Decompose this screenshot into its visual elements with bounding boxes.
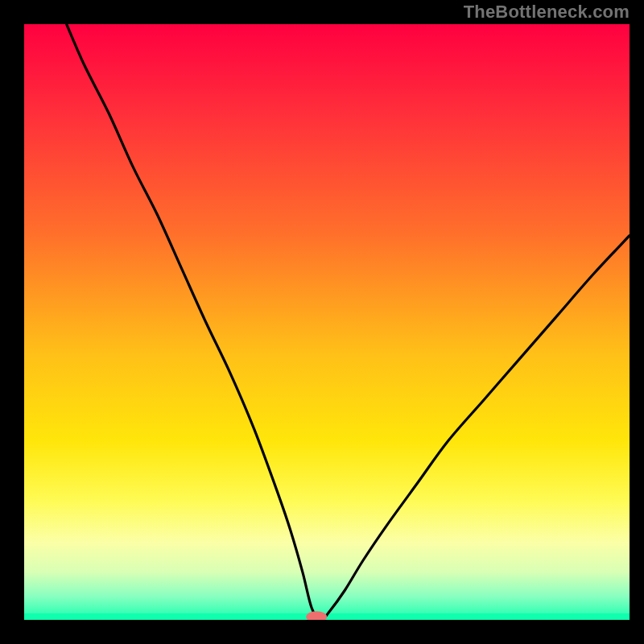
plot-background — [24, 24, 630, 620]
minimum-marker — [306, 611, 327, 622]
bottleneck-chart — [0, 0, 644, 644]
attribution-text: TheBottleneck.com — [464, 2, 630, 23]
chart-root: TheBottleneck.com — [0, 0, 644, 644]
